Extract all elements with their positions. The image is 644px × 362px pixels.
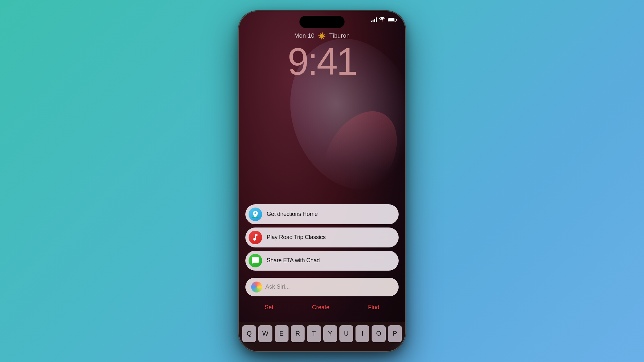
suggestion-eta[interactable]: Share ETA with Chad	[245, 251, 399, 271]
svg-rect-0	[252, 217, 259, 218]
phone-screen: Mon 10 ☀️ Tiburon 9:41 Get directions Ho…	[239, 11, 405, 351]
suggestion-music-text: Play Road Trip Classics	[267, 234, 326, 241]
lock-info: Mon 10 ☀️ Tiburon 9:41	[239, 32, 405, 80]
siri-placeholder-text: Ask Siri...	[265, 283, 393, 290]
siri-input-bar[interactable]: Ask Siri...	[245, 278, 399, 296]
weather-icon: ☀️	[318, 32, 326, 40]
key-e[interactable]: E	[275, 325, 289, 342]
phone-wrapper: Mon 10 ☀️ Tiburon 9:41 Get directions Ho…	[238, 11, 406, 352]
wifi-icon	[379, 17, 385, 23]
music-icon	[249, 231, 262, 244]
key-r[interactable]: R	[291, 325, 305, 342]
signal-icon	[371, 17, 377, 22]
key-i[interactable]: I	[355, 325, 369, 342]
date-weather-row: Mon 10 ☀️ Tiburon	[239, 32, 405, 40]
phone-frame: Mon 10 ☀️ Tiburon 9:41 Get directions Ho…	[238, 11, 406, 352]
suggestion-directions-text: Get directions Home	[267, 211, 317, 218]
siri-orb-icon	[251, 282, 262, 292]
key-o[interactable]: O	[372, 325, 385, 342]
siri-input-area: Ask Siri...	[245, 278, 399, 296]
keyboard-suggestion-create[interactable]: Create	[312, 304, 329, 311]
key-u[interactable]: U	[339, 325, 353, 342]
lock-date: Mon 10	[294, 32, 315, 39]
suggestions-area: Get directions Home Play Road Trip Class…	[239, 204, 405, 274]
key-p[interactable]: P	[388, 325, 402, 342]
key-y[interactable]: Y	[323, 325, 337, 342]
keyboard-suggestions: Set Create Find	[239, 304, 405, 311]
key-w[interactable]: W	[258, 325, 272, 342]
suggestion-music[interactable]: Play Road Trip Classics	[245, 227, 399, 247]
battery-fill	[388, 18, 394, 21]
status-icons	[371, 17, 396, 23]
messages-icon	[249, 254, 262, 267]
lock-location: Tiburon	[329, 32, 350, 39]
keyboard-row-1: Q W E R T Y U I O P	[242, 325, 402, 342]
battery-icon	[388, 18, 396, 22]
suggestion-directions[interactable]: Get directions Home	[245, 204, 399, 224]
dynamic-island	[299, 16, 345, 28]
suggestion-eta-text: Share ETA with Chad	[267, 257, 320, 264]
maps-icon	[249, 208, 262, 221]
keyboard-area: Q W E R T Y U I O P	[239, 322, 405, 351]
keyboard-suggestion-find[interactable]: Find	[368, 304, 379, 311]
keyboard-suggestion-set[interactable]: Set	[265, 304, 273, 311]
lock-time: 9:41	[239, 42, 405, 80]
key-q[interactable]: Q	[242, 325, 256, 342]
key-t[interactable]: T	[307, 325, 321, 342]
